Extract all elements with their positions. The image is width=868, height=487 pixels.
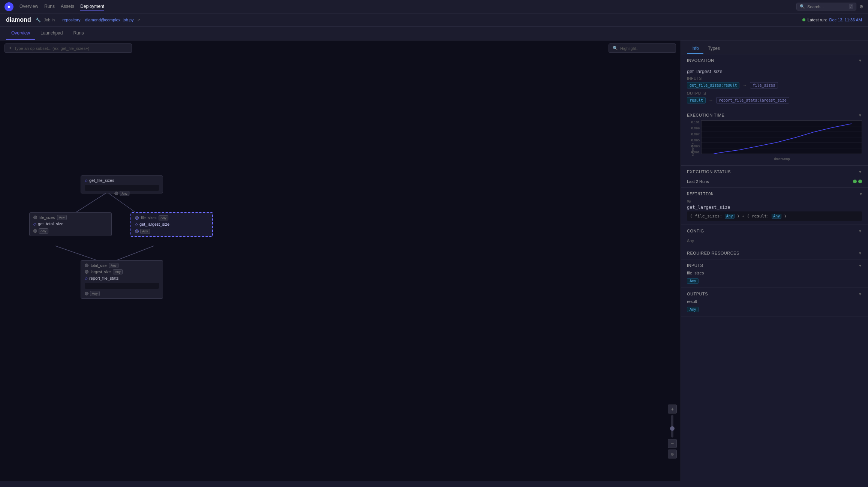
config-header[interactable]: Config ▼ bbox=[687, 229, 862, 233]
op-search-icon: ✦ bbox=[9, 46, 12, 51]
app-logo: ◆ bbox=[4, 2, 13, 11]
inputs-label: Inputs bbox=[687, 76, 862, 81]
run-status-dot bbox=[802, 18, 805, 21]
definition-header[interactable]: Definition ▼ bbox=[687, 192, 862, 196]
chart-area bbox=[701, 120, 862, 154]
job-in-label: Job in bbox=[44, 18, 55, 22]
execution-status-header[interactable]: Execution Status ▼ bbox=[687, 169, 862, 174]
tab-runs[interactable]: Runs bbox=[68, 27, 89, 40]
invocation-content: get_largest_size Inputs get_file_sizes:r… bbox=[687, 63, 862, 103]
sig-any-type-2: Any bbox=[772, 214, 781, 219]
y-label-2: 0.099 bbox=[687, 126, 700, 130]
job-repository[interactable]: __repository__diamond@complex_job.py bbox=[58, 18, 134, 22]
chart-svg bbox=[702, 121, 862, 154]
tab-info[interactable]: Info bbox=[687, 43, 703, 54]
execution-time-header[interactable]: Execution Time ▼ bbox=[687, 113, 862, 117]
global-search[interactable]: 🔍 Search... / bbox=[796, 3, 856, 10]
io-arrow-icon-2: → bbox=[709, 98, 713, 103]
y-label-1: 0.101 bbox=[687, 120, 700, 124]
job-meta: 🔧 Job in __repository__diamond@complex_j… bbox=[36, 18, 140, 22]
config-title: Config bbox=[687, 229, 704, 233]
outputs-section-title: Outputs bbox=[687, 292, 708, 296]
node-label: get_total_size bbox=[38, 222, 63, 226]
repo-link-icon: ↗ bbox=[137, 18, 140, 22]
outputs-header[interactable]: Outputs ▼ bbox=[687, 292, 862, 296]
node-label: get_largest_size bbox=[139, 222, 169, 226]
node-report-file-stats[interactable]: total_size Any largest_size Any ◇ report… bbox=[81, 260, 163, 299]
io-arrow-icon: → bbox=[742, 83, 747, 88]
zoom-fit-button[interactable]: ⊙ bbox=[668, 450, 677, 459]
highlight-search[interactable]: 🔍 Highlight... bbox=[609, 43, 676, 53]
sig-arrow: → bbox=[742, 214, 747, 219]
output-port-dot bbox=[33, 229, 37, 233]
outputs-content: result Any bbox=[687, 296, 862, 312]
nav-deployment[interactable]: Deployment bbox=[80, 2, 104, 11]
op-search-placeholder: Type an op subset... (ex: get_file_sizes… bbox=[14, 46, 89, 51]
inputs-header[interactable]: Inputs ▼ bbox=[687, 263, 862, 268]
execution-time-chevron: ▼ bbox=[858, 113, 862, 117]
latest-run-label: Latest run: bbox=[808, 18, 827, 22]
right-panel: Info Types Invocation ▼ get_largest_size… bbox=[681, 40, 868, 481]
job-icon: 🔧 bbox=[36, 18, 41, 22]
nav-runs[interactable]: Runs bbox=[44, 2, 55, 11]
node-diamond-icon: ◇ bbox=[85, 276, 88, 280]
run-dots bbox=[853, 180, 862, 183]
tab-overview[interactable]: Overview bbox=[6, 27, 35, 40]
output-item-result: result Any bbox=[687, 299, 862, 312]
outputs-chevron: ▼ bbox=[858, 292, 862, 296]
outputs-section: Outputs ▼ result Any bbox=[681, 288, 868, 316]
node-label: report_file_stats bbox=[89, 276, 118, 280]
output-type-tag: Any bbox=[687, 307, 699, 312]
input-port-dot bbox=[135, 216, 139, 220]
required-resources-header[interactable]: Required Resources ▼ bbox=[687, 251, 862, 255]
invocation-chevron: ▼ bbox=[858, 58, 862, 63]
inputs-content: file_sizes Any bbox=[687, 268, 862, 284]
sig-result-name: result: bbox=[752, 214, 772, 219]
latest-run-time[interactable]: Dec 13, 11:36 AM bbox=[829, 18, 862, 22]
tab-launchpad[interactable]: Launchpad bbox=[35, 27, 68, 40]
input-row: get_file_sizes:result → file_sizes bbox=[687, 82, 862, 88]
definition-title: Definition bbox=[687, 192, 714, 196]
input-badge: Any bbox=[159, 215, 168, 220]
input-dot-1 bbox=[85, 264, 88, 267]
settings-icon[interactable]: ⚙ bbox=[859, 4, 864, 9]
execution-time-content: Seconds 0.101 0.099 0.097 0.095 0.093 0.… bbox=[687, 117, 862, 162]
nav-assets[interactable]: Assets bbox=[61, 2, 74, 11]
definition-content: Op get_largest_size ( file_sizes: Any ) … bbox=[687, 196, 862, 221]
zoom-slider[interactable] bbox=[671, 415, 673, 438]
input-badge-2: Any bbox=[113, 269, 123, 274]
execution-time-section: Execution Time ▼ Seconds 0.101 0.099 0.0… bbox=[681, 109, 868, 166]
node-title: ◇ report_file_stats bbox=[85, 276, 159, 280]
node-get-total-size[interactable]: file_sizes Any ◇ get_total_size Any bbox=[29, 212, 112, 236]
sig-paren-close-1: ) bbox=[737, 214, 742, 219]
node-get-largest-size[interactable]: file_sizes Any ◇ get_largest_size Any bbox=[130, 212, 213, 237]
invocation-header[interactable]: Invocation ▼ bbox=[687, 58, 862, 63]
config-chevron: ▼ bbox=[858, 229, 862, 233]
node-diamond-icon: ◇ bbox=[33, 222, 36, 226]
node-input-row: file_sizes Any bbox=[135, 215, 208, 220]
output-badge: Any bbox=[39, 228, 48, 234]
node-output-area bbox=[85, 283, 159, 289]
y-label-4: 0.095 bbox=[687, 138, 700, 142]
tab-types[interactable]: Types bbox=[703, 43, 724, 54]
required-resources-title: Required Resources bbox=[687, 251, 739, 255]
graph-panel: ✦ Type an op subset... (ex: get_file_siz… bbox=[0, 40, 681, 481]
nav-search-area: 🔍 Search... / ⚙ bbox=[796, 3, 864, 10]
zoom-in-button[interactable]: + bbox=[668, 405, 677, 414]
node-input-row: file_sizes Any bbox=[33, 215, 108, 220]
search-icon: 🔍 bbox=[800, 4, 805, 9]
input-dot-2 bbox=[85, 270, 88, 274]
search-placeholder: Search... bbox=[807, 4, 824, 9]
y-label-6: 0.091 bbox=[687, 150, 700, 154]
node-input-row-1: total_size Any bbox=[85, 263, 159, 268]
node-output-area bbox=[85, 185, 159, 191]
highlight-placeholder: Highlight... bbox=[620, 46, 640, 51]
input-type-tag: Any bbox=[687, 278, 699, 284]
node-diamond-icon: ◇ bbox=[135, 222, 138, 226]
nav-overview[interactable]: Overview bbox=[19, 2, 38, 11]
input-label-1: total_size bbox=[91, 264, 106, 268]
node-title: ◇ get_file_sizes bbox=[85, 178, 159, 183]
op-search-input[interactable]: ✦ Type an op subset... (ex: get_file_siz… bbox=[4, 43, 132, 53]
node-get-file-sizes[interactable]: ◇ get_file_sizes Any bbox=[81, 175, 163, 193]
zoom-out-button[interactable]: − bbox=[668, 439, 677, 448]
